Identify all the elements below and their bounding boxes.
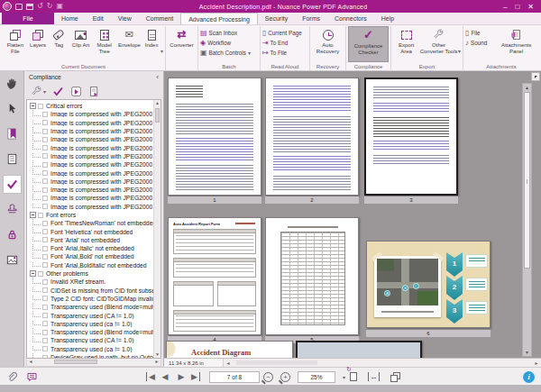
layers-button[interactable]: Layers <box>27 26 50 49</box>
scrollbar-thumb[interactable] <box>155 108 160 123</box>
scan-inbox-button[interactable]: ▤ Scan Inbox <box>200 28 251 38</box>
model-tree-button[interactable]: Model Tree <box>93 26 116 54</box>
scroll-up-icon[interactable]: ▲ <box>154 100 160 106</box>
envelope-button[interactable]: ✉ Envelope <box>116 26 143 49</box>
checkbox[interactable] <box>42 187 48 193</box>
tree-item-critical-error[interactable]: Image is compressed with JPEG2000 <box>30 186 160 194</box>
fit-width-button[interactable]: ↔ <box>368 372 380 381</box>
attach-sound-button[interactable]: ♪ Sound <box>465 38 495 48</box>
checkbox[interactable] <box>42 229 48 234</box>
tree-item-critical-error[interactable]: Image is compressed with JPEG2000 <box>30 119 160 127</box>
scroll-left-icon[interactable]: ◄ <box>224 360 233 366</box>
tab-forms[interactable]: Forms <box>295 13 327 24</box>
pane-toggle-button[interactable] <box>531 72 540 81</box>
compliance-run-button[interactable] <box>70 86 82 97</box>
checkbox[interactable] <box>42 254 48 260</box>
minimize-button[interactable]: – <box>503 3 507 11</box>
tree-item-critical-error[interactable]: Image is compressed with JPEG2000 <box>30 152 160 160</box>
tree-item-critical-error[interactable]: Image is compressed with JPEG2000 <box>30 135 160 143</box>
page-indicator-field[interactable]: 7 of 8 <box>209 371 260 383</box>
window-layout-icon[interactable]: ▣ <box>56 3 63 10</box>
tree-item-other-problem[interactable]: Transparency used (ca != 1.0) <box>30 345 160 353</box>
checkbox[interactable] <box>42 279 48 285</box>
last-page-button[interactable]: ▶ <box>189 372 200 381</box>
redo-icon[interactable]: ↻ <box>47 3 53 10</box>
tree-item-critical-error[interactable]: Image is compressed with JPEG2000 <box>30 178 160 186</box>
checkbox[interactable] <box>42 120 48 125</box>
tree-item-font-error[interactable]: Font 'Arial,Bold' not embedded <box>30 252 160 260</box>
tree-item-other-problem[interactable]: Transparency used (CA != 1.0) <box>30 311 160 319</box>
tree-item-other-problem[interactable]: Transparency used (Blend mode=multiply <box>30 328 160 336</box>
checkbox[interactable] <box>42 170 48 176</box>
pictures-panel-button[interactable] <box>3 251 22 269</box>
checkbox[interactable] <box>42 246 48 251</box>
checkbox[interactable] <box>38 271 43 277</box>
read-to-end-button[interactable]: ⇥ To End <box>262 38 302 48</box>
previous-page-button[interactable]: ◀ <box>157 372 173 381</box>
stamps-panel-button[interactable] <box>3 200 22 219</box>
first-page-button[interactable]: ◀ <box>146 372 157 381</box>
checkbox[interactable] <box>42 346 48 351</box>
checkbox[interactable] <box>42 262 48 268</box>
maximize-button[interactable]: □ <box>515 3 519 11</box>
select-tool-button[interactable] <box>3 99 22 118</box>
tree-item-font-error[interactable]: Font 'Arial,Italic' not embedded <box>30 244 160 252</box>
export-area-button[interactable]: Export Area <box>393 26 419 54</box>
page-thumbnail-1[interactable] <box>168 77 261 196</box>
checkbox[interactable] <box>42 112 48 117</box>
checkbox[interactable] <box>42 338 48 343</box>
tree-item-critical-error[interactable]: Image is compressed with JPEG2000 <box>30 127 160 135</box>
attachments-panel-button[interactable]: Attachments Panel <box>495 26 537 54</box>
scroll-down-icon[interactable]: ▼ <box>523 349 531 356</box>
tree-vertical-scrollbar[interactable]: ▲ ▼ <box>153 100 160 358</box>
collapse-expander-icon[interactable] <box>30 212 36 218</box>
tree-item-critical-error[interactable]: Image is compressed with JPEG2000 <box>30 143 160 151</box>
scroll-right-icon[interactable]: ► <box>153 359 160 365</box>
zoom-in-button[interactable]: + <box>280 372 290 382</box>
scroll-down-icon[interactable]: ▼ <box>154 351 160 358</box>
checkbox[interactable] <box>42 305 48 310</box>
scrollbar-thumb[interactable] <box>54 360 97 364</box>
tree-group-critical-errors[interactable]: Critical errors <box>30 102 160 110</box>
tree-item-other-problem[interactable]: Type 2 CID font: CIDToGIDMap invalid or … <box>30 295 160 303</box>
tab-connectors[interactable]: Connectors <box>327 13 374 24</box>
document-horizontal-scrollbar[interactable] <box>233 359 532 367</box>
compliance-checker-button[interactable]: ✓ Compliance Checker <box>348 26 389 62</box>
checkbox[interactable] <box>42 145 48 150</box>
read-to-file-button[interactable]: ↦ To File <box>262 48 302 58</box>
checkbox[interactable] <box>42 162 48 168</box>
checkbox[interactable] <box>42 178 48 184</box>
batch-controls-button[interactable]: ▣ Batch Controls ▾ <box>200 48 251 58</box>
next-page-button[interactable]: ▶ <box>173 372 189 381</box>
tree-group-other-problems[interactable]: Other problems <box>30 269 160 278</box>
comments-bubble-icon[interactable] <box>26 371 38 383</box>
tree-item-other-problem[interactable]: Invalid XRef stream. <box>30 278 160 286</box>
tree-item-font-error[interactable]: Font 'Helvetica' not embedded <box>30 227 160 235</box>
info-button[interactable]: i <box>523 371 535 383</box>
actual-size-button[interactable]: ↻ <box>350 369 357 385</box>
tab-edit[interactable]: Edit <box>86 13 111 24</box>
fit-page-button[interactable] <box>390 375 398 382</box>
security-panel-button[interactable] <box>3 225 22 244</box>
tree-item-font-error[interactable]: Font 'Arial' not embedded <box>30 236 160 244</box>
checkbox[interactable] <box>42 204 48 209</box>
checkbox[interactable] <box>42 196 48 201</box>
page-thumbnail-2[interactable] <box>265 77 359 196</box>
checkbox[interactable] <box>42 221 48 226</box>
attachments-paperclip-icon[interactable] <box>5 371 17 383</box>
tree-item-other-problem[interactable]: CIDSet is missing from CID font subset <box>30 287 160 295</box>
close-button[interactable]: ✕ <box>527 3 534 11</box>
save-icon[interactable] <box>26 4 33 10</box>
compliance-panel-button[interactable] <box>3 175 22 194</box>
tab-help[interactable]: Help <box>374 13 401 24</box>
tree-item-other-problem[interactable]: Transparency used (ca != 1.0) <box>30 320 160 328</box>
panel-collapse-icon[interactable]: ‹ <box>156 73 159 81</box>
tree-item-critical-error[interactable]: Image is compressed with JPEG2000 <box>30 194 160 202</box>
compliance-report-button[interactable] <box>88 86 100 97</box>
export-more-dropdown-icon[interactable]: ▾ <box>458 48 461 63</box>
tree-item-critical-error[interactable]: Image is compressed with JPEG2000 <box>30 169 160 177</box>
current-document-more-dropdown-icon[interactable]: ▾ <box>160 48 163 63</box>
page-thumbnail-3[interactable] <box>364 77 458 196</box>
open-icon[interactable] <box>15 4 23 10</box>
hand-tool-button[interactable] <box>3 74 22 93</box>
